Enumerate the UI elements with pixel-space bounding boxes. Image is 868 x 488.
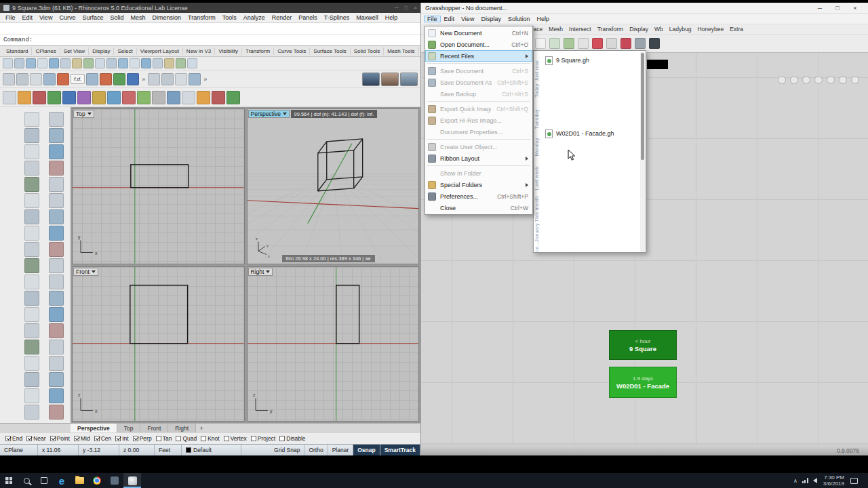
rhino-menu-panels[interactable]: Panels xyxy=(295,14,321,21)
tool-icon[interactable] xyxy=(62,91,76,104)
tool-icon[interactable] xyxy=(24,405,39,420)
tool-icon[interactable] xyxy=(49,128,64,143)
tool-icon[interactable] xyxy=(153,58,163,68)
status-feet[interactable]: Feet xyxy=(155,445,182,455)
tool-icon[interactable] xyxy=(24,177,39,192)
rhino-menu-file[interactable]: File xyxy=(2,14,19,21)
taskbar-icon-search[interactable] xyxy=(18,473,35,488)
network-icon[interactable] xyxy=(802,478,808,483)
tool-icon[interactable] xyxy=(86,73,98,85)
checkbox-mid[interactable] xyxy=(74,436,79,441)
tool-icon[interactable] xyxy=(164,58,174,68)
status-z-0-00[interactable]: z 0.00 xyxy=(119,445,155,455)
tool-icon[interactable] xyxy=(30,73,42,85)
rhino-toolbar-tab-cplanes[interactable]: CPlanes xyxy=(32,47,60,55)
file-menu-item-special-folders[interactable]: Special Folders xyxy=(425,179,532,190)
tool-icon[interactable] xyxy=(26,58,36,68)
tool-icon[interactable] xyxy=(49,291,64,306)
rhino-menu-surface[interactable]: Surface xyxy=(79,14,106,21)
checkbox-cen[interactable] xyxy=(94,436,100,441)
checkbox-project[interactable] xyxy=(251,436,256,441)
rhino-menu-solid[interactable]: Solid xyxy=(106,14,127,21)
tool-icon[interactable] xyxy=(16,73,28,85)
viewport-tab-front[interactable]: Front xyxy=(140,424,168,432)
rhino-toolbar-tab-set-view[interactable]: Set View xyxy=(60,47,89,55)
tool-icon[interactable] xyxy=(3,73,15,85)
tool-icon[interactable] xyxy=(24,388,39,403)
tool-icon[interactable] xyxy=(175,73,187,85)
checkbox-disable[interactable] xyxy=(279,436,285,441)
tool-icon[interactable] xyxy=(49,258,64,273)
tool-icon[interactable] xyxy=(49,274,64,289)
tool-icon[interactable] xyxy=(620,38,631,49)
viewport-perspective[interactable]: Perspective 99.564 | dof (n): 41.143 | d… xyxy=(247,108,420,264)
osnap-near[interactable]: Near xyxy=(26,435,45,442)
taskbar-icon-start[interactable] xyxy=(0,473,18,488)
tool-icon[interactable] xyxy=(24,258,39,273)
tool-icon[interactable] xyxy=(141,58,151,68)
file-menu-item-close[interactable]: CloseCtrl+W xyxy=(425,202,532,214)
tool-icon[interactable] xyxy=(649,38,660,49)
tool-icon[interactable] xyxy=(24,340,39,354)
gh-ribbon-tab-extra[interactable]: Extra xyxy=(730,26,743,33)
tool-icon[interactable] xyxy=(47,91,61,104)
checkbox-tan[interactable] xyxy=(156,436,161,441)
tool-icon[interactable] xyxy=(49,193,64,208)
action-center-icon[interactable] xyxy=(850,478,858,484)
tool-icon[interactable] xyxy=(113,73,125,85)
tool-icon[interactable] xyxy=(49,226,64,241)
tool-icon[interactable] xyxy=(49,356,64,371)
tool-icon[interactable] xyxy=(127,73,139,85)
maximize-icon[interactable]: □ xyxy=(829,3,846,13)
gh-menu-view[interactable]: View xyxy=(458,16,477,22)
recent-tile-w02d01-facade[interactable]: 1.9 daysW02D01 - Facade xyxy=(609,367,677,398)
rhino-menu-transform[interactable]: Transform xyxy=(184,14,219,21)
status-toggle-smarttrack[interactable]: SmartTrack xyxy=(380,445,420,455)
canvas-widget-icon[interactable] xyxy=(778,76,786,84)
square-curve[interactable] xyxy=(130,285,188,343)
tool-icon[interactable] xyxy=(77,91,91,104)
tool-icon[interactable] xyxy=(43,73,56,85)
taskbar-icon-edge[interactable]: e xyxy=(53,473,71,488)
tool-icon[interactable] xyxy=(187,58,197,68)
rhino-menu-curve[interactable]: Curve xyxy=(56,14,79,21)
tool-icon[interactable] xyxy=(92,91,106,104)
rhino-toolbar-tab-standard[interactable]: Standard xyxy=(3,47,32,55)
tool-icon[interactable] xyxy=(95,58,105,68)
rhino-command-line[interactable]: Command: xyxy=(0,35,420,45)
canvas-widget-icon[interactable] xyxy=(790,76,798,84)
tool-icon[interactable] xyxy=(57,73,69,85)
tool-icon[interactable] xyxy=(161,73,174,85)
tool-icon[interactable] xyxy=(37,58,47,68)
tool-icon[interactable] xyxy=(49,323,64,338)
rhino-toolbar-tab-surface-tools[interactable]: Surface Tools xyxy=(310,47,350,55)
viewport-top-label[interactable]: Top xyxy=(73,110,94,118)
tool-icon[interactable] xyxy=(72,58,82,68)
gh-ribbon-tab-intersect[interactable]: Intersect xyxy=(569,26,591,33)
viewport-right[interactable]: Right y z xyxy=(247,266,420,422)
viewport-tab-top[interactable]: Top xyxy=(117,424,141,432)
tool-icon[interactable] xyxy=(24,274,39,289)
file-menu-item-save-backup[interactable]: Save BackupCtrl+Alt+S xyxy=(425,88,532,100)
checkbox-int[interactable] xyxy=(115,436,121,441)
rhino-toolbar-tab-solid-tools[interactable]: Solid Tools xyxy=(351,47,384,55)
file-menu-item-show-in-folder[interactable]: Show In Folder xyxy=(425,167,532,179)
tool-icon[interactable] xyxy=(49,388,64,403)
taskbar-icon-rhino[interactable] xyxy=(123,473,141,488)
rhino-menu-help[interactable]: Help xyxy=(382,14,401,21)
osnap-project[interactable]: Project xyxy=(251,435,275,442)
status-default[interactable]: Default xyxy=(182,445,241,455)
tool-icon[interactable] xyxy=(49,112,64,127)
osnap-cen[interactable]: Cen xyxy=(94,435,112,442)
tool-icon[interactable] xyxy=(212,91,225,104)
tool-icon[interactable] xyxy=(182,91,195,104)
file-menu-item-save-document-as[interactable]: Save Document As...Ctrl+Shift+S xyxy=(425,77,532,88)
canvas-widget-icon[interactable] xyxy=(802,76,810,84)
grasshopper-titlebar[interactable]: Grasshopper - No document... ─ □ × xyxy=(421,3,868,14)
taskbar-icon-task-view[interactable] xyxy=(35,473,53,488)
osnap-quad[interactable]: Quad xyxy=(176,435,197,442)
tool-icon[interactable] xyxy=(226,91,240,104)
tool-icon[interactable] xyxy=(549,38,560,49)
taskbar-clock[interactable]: 7:30 PM 3/6/2019 xyxy=(822,474,846,487)
tool-icon[interactable] xyxy=(137,91,151,104)
